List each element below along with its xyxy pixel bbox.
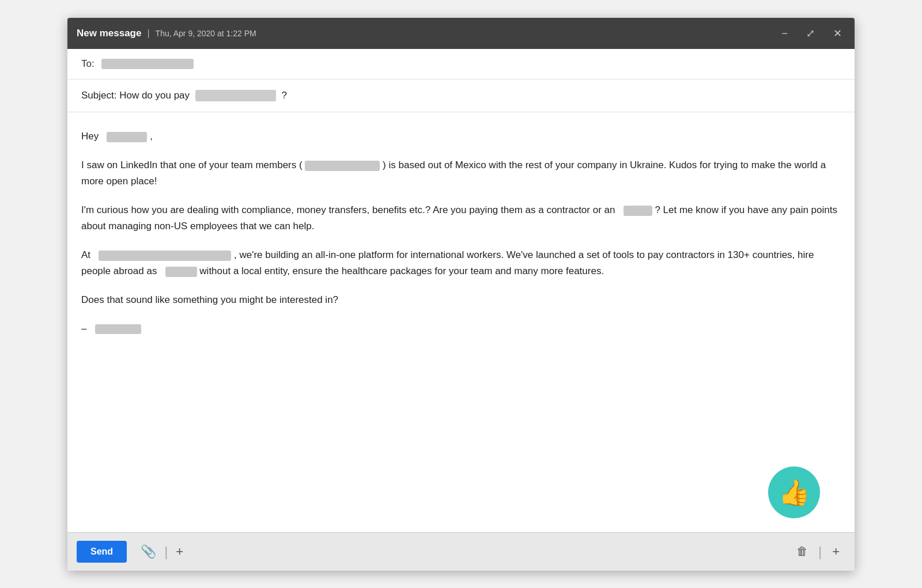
para1-text-a: I saw on LinkedIn that one of your team …	[81, 160, 303, 170]
to-field-row[interactable]: To:	[67, 49, 855, 79]
sender-name-blurred	[95, 324, 141, 334]
subject-suffix: ?	[282, 90, 287, 101]
to-value	[101, 59, 194, 69]
close-button[interactable]: ✕	[830, 27, 845, 40]
send-button[interactable]: Send	[77, 541, 127, 563]
subject-prefix: Subject: How do you pay	[81, 90, 190, 101]
body-para1: I saw on LinkedIn that one of your team …	[81, 157, 841, 189]
contractor-type-blurred	[624, 206, 652, 216]
closing-question: Does that sound like something you might…	[81, 294, 338, 305]
greeting-comma: ,	[150, 131, 153, 142]
title-separator: |	[147, 28, 149, 39]
body-para4: Does that sound like something you might…	[81, 292, 841, 308]
subject-row[interactable]: Subject: How do you pay ?	[67, 79, 855, 113]
employee-type-blurred	[165, 267, 197, 277]
sig-dash: –	[81, 323, 86, 334]
body-para3: At , we're building an all-in-one platfo…	[81, 247, 841, 279]
company-name-blurred	[99, 251, 231, 261]
para3-text-a: At	[81, 249, 90, 260]
more-button[interactable]: +	[826, 542, 845, 562]
body-signature: –	[81, 321, 841, 337]
greeting-text: Hey	[81, 131, 99, 142]
toolbar-divider-1: |	[162, 544, 170, 560]
window-title: New message	[77, 28, 141, 39]
subject-text: Subject: How do you pay ?	[81, 90, 287, 102]
attach-button[interactable]: 📎	[135, 542, 162, 562]
to-label: To:	[81, 58, 95, 70]
add-button[interactable]: +	[170, 542, 189, 562]
toolbar-divider-2: |	[816, 544, 824, 560]
thumbs-up-button[interactable]: 👍	[768, 466, 820, 518]
body-para2: I'm curious how you are dealing with com…	[81, 202, 841, 234]
compose-window: New message | Thu, Apr 9, 2020 at 1:22 P…	[67, 18, 855, 571]
subject-blurred-name	[195, 90, 276, 101]
window-controls: − ⤢ ✕	[778, 27, 845, 40]
toolbar-right: 🗑 | +	[791, 542, 845, 562]
email-body[interactable]: Hey , I saw on LinkedIn that one of your…	[67, 112, 855, 532]
para2-text-a: I'm curious how you are dealing with com…	[81, 204, 615, 215]
recipient-name-blurred	[107, 132, 147, 142]
compose-toolbar: Send 📎 | + 🗑 | +	[67, 532, 855, 571]
thumbs-up-icon: 👍	[779, 480, 810, 505]
minimize-button[interactable]: −	[778, 27, 791, 40]
titlebar: New message | Thu, Apr 9, 2020 at 1:22 P…	[67, 18, 855, 49]
para3-text-c: without a local entity, ensure the healt…	[199, 265, 604, 276]
title-datetime: Thu, Apr 9, 2020 at 1:22 PM	[156, 29, 256, 38]
delete-button[interactable]: 🗑	[791, 543, 814, 560]
restore-button[interactable]: ⤢	[803, 27, 818, 40]
team-member-name-blurred	[305, 161, 380, 171]
body-greeting-para: Hey ,	[81, 128, 841, 145]
